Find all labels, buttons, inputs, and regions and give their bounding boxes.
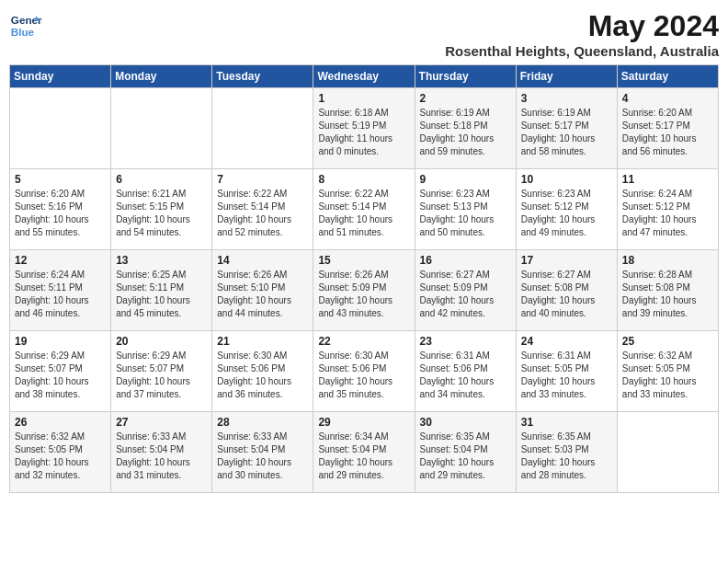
calendar-week-4: 19Sunrise: 6:29 AM Sunset: 5:07 PM Dayli… [10, 331, 719, 412]
page-header: General Blue May 2024 Rosenthal Heights,… [9, 9, 719, 59]
calendar-cell: 31Sunrise: 6:35 AM Sunset: 5:03 PM Dayli… [516, 412, 617, 493]
weekday-header-tuesday: Tuesday [212, 65, 313, 88]
calendar-week-2: 5Sunrise: 6:20 AM Sunset: 5:16 PM Daylig… [10, 169, 719, 250]
day-number: 21 [217, 335, 308, 348]
calendar-cell: 22Sunrise: 6:30 AM Sunset: 5:06 PM Dayli… [313, 331, 415, 412]
weekday-header-thursday: Thursday [415, 65, 516, 88]
day-number: 16 [420, 254, 511, 267]
day-number: 27 [116, 416, 207, 429]
day-number: 10 [521, 173, 612, 186]
day-info: Sunrise: 6:29 AM Sunset: 5:07 PM Dayligh… [116, 350, 207, 401]
calendar-cell: 20Sunrise: 6:29 AM Sunset: 5:07 PM Dayli… [111, 331, 212, 412]
calendar-cell [212, 88, 313, 169]
day-info: Sunrise: 6:24 AM Sunset: 5:12 PM Dayligh… [622, 188, 713, 239]
calendar-cell: 30Sunrise: 6:35 AM Sunset: 5:04 PM Dayli… [415, 412, 516, 493]
day-info: Sunrise: 6:22 AM Sunset: 5:14 PM Dayligh… [217, 188, 308, 239]
calendar-cell: 8Sunrise: 6:22 AM Sunset: 5:14 PM Daylig… [313, 169, 415, 250]
day-number: 18 [622, 254, 713, 267]
day-number: 24 [521, 335, 612, 348]
calendar-cell: 17Sunrise: 6:27 AM Sunset: 5:08 PM Dayli… [516, 250, 617, 331]
day-info: Sunrise: 6:26 AM Sunset: 5:10 PM Dayligh… [217, 269, 308, 320]
calendar-cell: 5Sunrise: 6:20 AM Sunset: 5:16 PM Daylig… [10, 169, 111, 250]
calendar-cell: 4Sunrise: 6:20 AM Sunset: 5:17 PM Daylig… [617, 88, 718, 169]
calendar-cell: 25Sunrise: 6:32 AM Sunset: 5:05 PM Dayli… [617, 331, 718, 412]
day-info: Sunrise: 6:20 AM Sunset: 5:16 PM Dayligh… [15, 188, 106, 239]
day-info: Sunrise: 6:33 AM Sunset: 5:04 PM Dayligh… [217, 431, 308, 482]
calendar-week-5: 26Sunrise: 6:32 AM Sunset: 5:05 PM Dayli… [10, 412, 719, 493]
weekday-header-friday: Friday [516, 65, 617, 88]
calendar-week-3: 12Sunrise: 6:24 AM Sunset: 5:11 PM Dayli… [10, 250, 719, 331]
day-number: 15 [318, 254, 409, 267]
day-number: 28 [217, 416, 308, 429]
calendar-table: SundayMondayTuesdayWednesdayThursdayFrid… [9, 64, 719, 493]
calendar-cell: 12Sunrise: 6:24 AM Sunset: 5:11 PM Dayli… [10, 250, 111, 331]
day-number: 30 [420, 416, 511, 429]
month-title: May 2024 [445, 9, 719, 43]
day-info: Sunrise: 6:35 AM Sunset: 5:03 PM Dayligh… [521, 431, 612, 482]
day-number: 23 [420, 335, 511, 348]
day-info: Sunrise: 6:22 AM Sunset: 5:14 PM Dayligh… [318, 188, 409, 239]
day-number: 25 [622, 335, 713, 348]
calendar-cell: 2Sunrise: 6:19 AM Sunset: 5:18 PM Daylig… [415, 88, 516, 169]
calendar-cell: 3Sunrise: 6:19 AM Sunset: 5:17 PM Daylig… [516, 88, 617, 169]
day-info: Sunrise: 6:29 AM Sunset: 5:07 PM Dayligh… [15, 350, 106, 401]
day-number: 8 [318, 173, 409, 186]
calendar-cell: 27Sunrise: 6:33 AM Sunset: 5:04 PM Dayli… [111, 412, 212, 493]
day-number: 6 [116, 173, 207, 186]
day-number: 13 [116, 254, 207, 267]
day-number: 11 [622, 173, 713, 186]
day-info: Sunrise: 6:19 AM Sunset: 5:17 PM Dayligh… [521, 107, 612, 158]
calendar-week-1: 1Sunrise: 6:18 AM Sunset: 5:19 PM Daylig… [10, 88, 719, 169]
day-info: Sunrise: 6:20 AM Sunset: 5:17 PM Dayligh… [622, 107, 713, 158]
day-info: Sunrise: 6:21 AM Sunset: 5:15 PM Dayligh… [116, 188, 207, 239]
calendar-cell: 14Sunrise: 6:26 AM Sunset: 5:10 PM Dayli… [212, 250, 313, 331]
calendar-cell: 6Sunrise: 6:21 AM Sunset: 5:15 PM Daylig… [111, 169, 212, 250]
title-block: May 2024 Rosenthal Heights, Queensland, … [445, 9, 719, 59]
day-info: Sunrise: 6:30 AM Sunset: 5:06 PM Dayligh… [217, 350, 308, 401]
calendar-cell: 21Sunrise: 6:30 AM Sunset: 5:06 PM Dayli… [212, 331, 313, 412]
day-info: Sunrise: 6:28 AM Sunset: 5:08 PM Dayligh… [622, 269, 713, 320]
day-number: 9 [420, 173, 511, 186]
calendar-body: 1Sunrise: 6:18 AM Sunset: 5:19 PM Daylig… [10, 88, 719, 493]
calendar-cell: 16Sunrise: 6:27 AM Sunset: 5:09 PM Dayli… [415, 250, 516, 331]
calendar-cell: 26Sunrise: 6:32 AM Sunset: 5:05 PM Dayli… [10, 412, 111, 493]
day-number: 20 [116, 335, 207, 348]
day-info: Sunrise: 6:32 AM Sunset: 5:05 PM Dayligh… [15, 431, 106, 482]
day-info: Sunrise: 6:33 AM Sunset: 5:04 PM Dayligh… [116, 431, 207, 482]
day-number: 3 [521, 92, 612, 105]
day-info: Sunrise: 6:23 AM Sunset: 5:13 PM Dayligh… [420, 188, 511, 239]
day-number: 12 [15, 254, 106, 267]
calendar-cell: 1Sunrise: 6:18 AM Sunset: 5:19 PM Daylig… [313, 88, 415, 169]
day-info: Sunrise: 6:35 AM Sunset: 5:04 PM Dayligh… [420, 431, 511, 482]
weekday-header-monday: Monday [111, 65, 212, 88]
day-info: Sunrise: 6:27 AM Sunset: 5:09 PM Dayligh… [420, 269, 511, 320]
day-number: 19 [15, 335, 106, 348]
calendar-cell: 7Sunrise: 6:22 AM Sunset: 5:14 PM Daylig… [212, 169, 313, 250]
calendar-cell: 19Sunrise: 6:29 AM Sunset: 5:07 PM Dayli… [10, 331, 111, 412]
day-number: 1 [318, 92, 409, 105]
day-info: Sunrise: 6:19 AM Sunset: 5:18 PM Dayligh… [420, 107, 511, 158]
day-info: Sunrise: 6:30 AM Sunset: 5:06 PM Dayligh… [318, 350, 409, 401]
calendar-cell: 11Sunrise: 6:24 AM Sunset: 5:12 PM Dayli… [617, 169, 718, 250]
logo-icon: General Blue [9, 9, 42, 42]
calendar-cell: 18Sunrise: 6:28 AM Sunset: 5:08 PM Dayli… [617, 250, 718, 331]
calendar-cell: 9Sunrise: 6:23 AM Sunset: 5:13 PM Daylig… [415, 169, 516, 250]
day-number: 31 [521, 416, 612, 429]
calendar-cell [617, 412, 718, 493]
day-info: Sunrise: 6:23 AM Sunset: 5:12 PM Dayligh… [521, 188, 612, 239]
day-info: Sunrise: 6:26 AM Sunset: 5:09 PM Dayligh… [318, 269, 409, 320]
day-number: 2 [420, 92, 511, 105]
weekday-header-wednesday: Wednesday [313, 65, 415, 88]
calendar-cell: 28Sunrise: 6:33 AM Sunset: 5:04 PM Dayli… [212, 412, 313, 493]
svg-text:Blue: Blue [11, 26, 35, 38]
calendar-cell: 24Sunrise: 6:31 AM Sunset: 5:05 PM Dayli… [516, 331, 617, 412]
day-info: Sunrise: 6:25 AM Sunset: 5:11 PM Dayligh… [116, 269, 207, 320]
day-number: 5 [15, 173, 106, 186]
day-number: 7 [217, 173, 308, 186]
weekday-header-sunday: Sunday [10, 65, 111, 88]
day-number: 14 [217, 254, 308, 267]
calendar-cell: 15Sunrise: 6:26 AM Sunset: 5:09 PM Dayli… [313, 250, 415, 331]
day-number: 29 [318, 416, 409, 429]
weekday-header-saturday: Saturday [617, 65, 718, 88]
day-info: Sunrise: 6:31 AM Sunset: 5:06 PM Dayligh… [420, 350, 511, 401]
